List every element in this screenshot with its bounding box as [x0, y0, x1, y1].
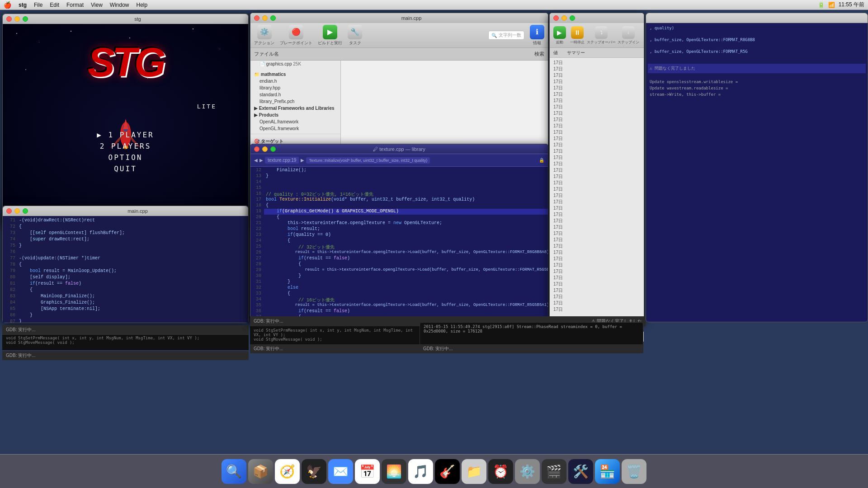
- menu-view[interactable]: View: [91, 2, 103, 8]
- debug-row: 17日: [552, 148, 642, 155]
- debug-max-btn[interactable]: [570, 15, 575, 21]
- debug-toolbar: ▶ 起動 ⏸ 一時停止 ⤵ ステップオーバー ↓ ステップイン: [550, 23, 644, 48]
- apple-menu[interactable]: 🍎: [4, 1, 11, 9]
- action-button[interactable]: ⚙️ アクション: [254, 25, 274, 46]
- minimize-button[interactable]: [14, 16, 20, 22]
- xcode-toolbar: ⚙️ アクション 🔴 ブレークポイント ▶ ビルドと実行 🔧 タスク 🔍文字列一…: [250, 23, 548, 48]
- task-button[interactable]: 🔧 タスク: [348, 25, 362, 46]
- sidebar-file-opengl[interactable]: OpenGL.framework: [250, 125, 340, 132]
- left-max-btn[interactable]: [23, 208, 28, 214]
- gdb-status-bottom-left: GDB: 実行中...: [2, 351, 249, 360]
- sidebar-file-graphics[interactable]: 📄 graphics.cpp 25K: [250, 61, 340, 67]
- texture-min-btn[interactable]: [262, 146, 268, 152]
- menu-file[interactable]: File: [34, 2, 42, 8]
- pause-debug-button[interactable]: ⏸ 一時停止: [569, 26, 585, 45]
- menu-edit[interactable]: Edit: [50, 2, 59, 8]
- debug-row: 17日: [552, 110, 642, 117]
- stg-game-window: stg STG LITE: [2, 14, 249, 226]
- texture-editor-toolbar: ◀▶ texture.cpp:19 ▶ Texture::Initialize(…: [250, 154, 548, 167]
- debug-columns-header: 値 サマリー: [550, 48, 644, 58]
- debug-row: 17日: [552, 91, 642, 98]
- sidebar-folder-products[interactable]: ▶ Products: [250, 112, 340, 118]
- xcode-main-max[interactable]: [270, 15, 276, 21]
- menu-2players: 2 PLAYERS: [97, 142, 154, 150]
- gdb-status-right: GDB: 実行中...: [420, 344, 643, 353]
- dock-finder[interactable]: 🔍: [222, 459, 246, 484]
- sidebar-folder-mathmatics[interactable]: 📁 mathmatics: [250, 71, 340, 78]
- left-code-area[interactable]: 71-(void)drawRect:(NSRect)rect 72{ 73 [[…: [3, 216, 248, 323]
- xcode-main-min[interactable]: [262, 15, 268, 21]
- texture-close-btn[interactable]: [254, 146, 259, 152]
- dock-eagle[interactable]: 🦅: [302, 459, 326, 484]
- debug-row: 17日: [552, 66, 642, 72]
- stepover-button[interactable]: ⤵ ステップオーバー: [587, 26, 616, 45]
- breadcrumb-function: Texture::Initialize(void* buffer, uint32…: [306, 157, 430, 164]
- sidebar-file-openal[interactable]: OpenAL.framework: [250, 118, 340, 125]
- dock-safari[interactable]: 🧭: [275, 459, 300, 484]
- dock-timemachine[interactable]: ⏰: [488, 459, 513, 484]
- close-button[interactable]: [6, 16, 12, 22]
- menu-format[interactable]: Format: [66, 2, 84, 8]
- left-close-btn[interactable]: [6, 208, 12, 214]
- xcode-main-close[interactable]: [254, 15, 259, 21]
- debug-close-btn[interactable]: [553, 15, 559, 21]
- filename-col-header: ファイル名: [254, 51, 279, 57]
- menu-app[interactable]: stg: [19, 2, 27, 8]
- info-button[interactable]: ℹ 情報: [530, 25, 544, 46]
- menubar: 🍎 stg File Edit Format View Window Help …: [0, 0, 868, 10]
- gdb-status-left: GDB: 実行中...: [2, 325, 249, 334]
- debug-row: 17日: [552, 117, 642, 123]
- texture-max-btn[interactable]: [270, 146, 276, 152]
- debug-row: 17日: [552, 161, 642, 167]
- gdb-status-main-bottom: GDB: 実行中...: [250, 344, 420, 353]
- debug-row: 17日: [552, 136, 642, 142]
- left-min-btn[interactable]: [14, 208, 20, 214]
- stepin-button[interactable]: ↓ ステップイン: [618, 26, 639, 45]
- menu-help[interactable]: Help: [137, 2, 148, 8]
- dock-quicktime[interactable]: 🎬: [542, 459, 566, 484]
- debug-row: 17日: [552, 104, 642, 110]
- debug-row: 17日: [552, 129, 642, 136]
- dock-itunes[interactable]: 🎵: [408, 459, 433, 484]
- texture-code-content[interactable]: 12 Finalize(); 13} 14 15 16// quality : …: [250, 167, 548, 323]
- game-lite-label: LITE: [197, 103, 217, 110]
- sidebar-file-library-hpp[interactable]: library.hpp: [250, 84, 340, 91]
- sidebar-folder-ext[interactable]: ▶ External Frameworks and Libraries: [250, 105, 340, 112]
- dock-trash[interactable]: 🗑️: [622, 459, 646, 484]
- dock-mail[interactable]: ✉️: [328, 459, 353, 484]
- dock-launchpad[interactable]: 📦: [248, 459, 273, 484]
- sidebar-file-standard[interactable]: standard.h: [250, 91, 340, 98]
- build-run-button[interactable]: ▶ ビルドと実行: [318, 25, 342, 46]
- debug-row: 17日: [552, 186, 642, 192]
- dock-sysprefs[interactable]: ⚙️: [515, 459, 540, 484]
- dock-garageband[interactable]: 🎸: [435, 459, 460, 484]
- dock-xcode[interactable]: 🛠️: [568, 459, 593, 484]
- sidebar-file-library-prefix[interactable]: library_Prefix.pch: [250, 98, 340, 105]
- maximize-button[interactable]: [23, 16, 28, 22]
- debug-row: 17日: [552, 211, 642, 218]
- dock-finder2[interactable]: 📁: [462, 459, 486, 484]
- start-debug-button[interactable]: ▶ 起動: [552, 26, 567, 45]
- dock-photos[interactable]: 🌅: [382, 459, 406, 484]
- debug-row: 17日: [552, 237, 642, 243]
- debug-row: 17日: [552, 155, 642, 161]
- debug-titlebar: [550, 13, 644, 23]
- dock-calendar[interactable]: 📅: [355, 459, 380, 484]
- menu-window[interactable]: Window: [110, 2, 129, 8]
- sidebar-file-endian[interactable]: endian.h: [250, 78, 340, 84]
- debug-row: 17日: [552, 256, 642, 262]
- debug-min-btn[interactable]: [561, 15, 567, 21]
- debug-row: 17日: [552, 60, 642, 66]
- debug-row: 17日: [552, 85, 642, 91]
- debug-row: 17日: [552, 180, 642, 186]
- gdb-code-main: void StgSetPrmMessage( int x, int y, int…: [250, 326, 420, 344]
- search-box[interactable]: 🔍文字列一数: [488, 31, 524, 40]
- debug-row: 17日: [552, 72, 642, 79]
- debug-content: 17日 17日 17日 17日 17日 17日 17日 17日 17日 17日 …: [550, 58, 644, 332]
- debug-row: 17日: [552, 262, 642, 268]
- debug-row: 17日: [552, 224, 642, 230]
- breakpoint-button[interactable]: 🔴 ブレークポイント: [280, 25, 312, 46]
- right-output-panel: , quality) , buffer_size, OpenGLTexture:…: [646, 13, 868, 322]
- dock-appstore[interactable]: 🏪: [595, 459, 620, 484]
- editor-lock-icon: 🔒: [539, 158, 544, 163]
